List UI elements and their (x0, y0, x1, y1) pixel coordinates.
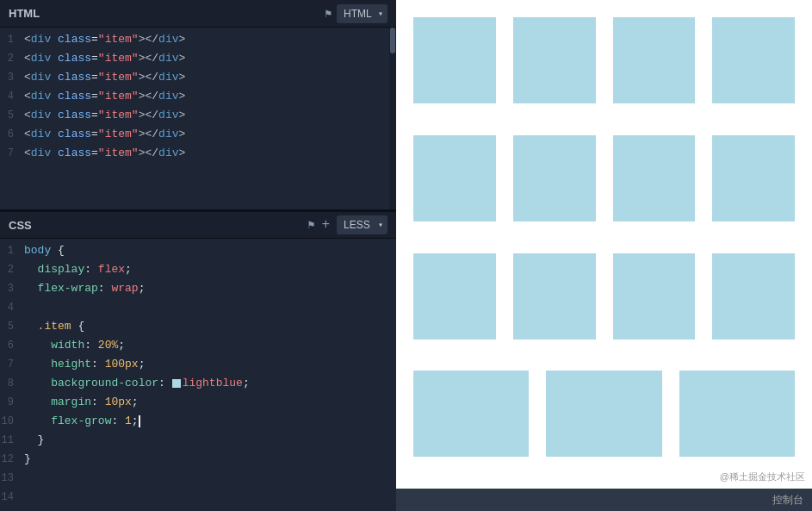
css-line-14: 14 (0, 490, 396, 509)
css-line-1: 1 body { (0, 244, 396, 263)
css-line-5: 5 .item { (0, 320, 396, 339)
html-code-section: 1 <div class="item"></div> 2 <div class=… (0, 28, 396, 211)
html-line-4: 4 <div class="item"></div> (0, 90, 396, 109)
preview-item (513, 253, 596, 340)
filter-icon[interactable]: ⚑ (325, 7, 332, 21)
css-lang-wrapper: LESS CSS SCSS (337, 215, 387, 234)
preview-item (546, 371, 661, 457)
preview-item (613, 17, 696, 103)
html-line-7: 7 <div class="item"></div> (0, 146, 396, 165)
preview-item (513, 135, 596, 221)
html-scrollbar[interactable] (389, 28, 396, 209)
css-line-6: 6 width: 20%; (0, 339, 396, 358)
css-line-10: 10 flex-grow: 1; (0, 414, 396, 433)
css-filter-icon[interactable]: ⚑ (308, 218, 315, 232)
html-code-lines: 1 <div class="item"></div> 2 <div class=… (0, 28, 396, 171)
html-lang-wrapper: HTML (337, 4, 387, 23)
html-line-6: 6 <div class="item"></div> (0, 128, 396, 146)
html-line-1: 1 <div class="item"></div> (0, 33, 396, 52)
preview-item (712, 135, 795, 221)
html-header-right: ⚑ HTML (325, 4, 387, 23)
css-line-9: 9 margin: 10px; (0, 396, 396, 414)
css-line-2: 2 display: flex; (0, 263, 396, 282)
preview-item (413, 371, 529, 457)
css-code-lines: 1 body { 2 display: flex; 3 flex-wrap: w… (0, 239, 396, 511)
html-section-header: HTML ⚑ HTML (0, 0, 396, 28)
css-lang-select[interactable]: LESS CSS SCSS (337, 215, 387, 234)
css-add-button[interactable]: + (321, 217, 330, 233)
css-line-7: 7 height: 100px; (0, 358, 396, 377)
left-panel: HTML ⚑ HTML 1 <div class="item"></div> (0, 0, 396, 511)
preview-item (679, 371, 795, 457)
control-label: 控制台 (772, 493, 803, 508)
html-line-2: 2 <div class="item"></div> (0, 52, 396, 71)
css-line-3: 3 flex-wrap: wrap; (0, 282, 396, 301)
preview-item (712, 253, 795, 340)
css-line-12: 12 } (0, 452, 396, 471)
watermark: @稀土掘金技术社区 (720, 470, 805, 483)
css-line-13: 13 (0, 471, 396, 490)
css-header-right: ⚑ + LESS CSS SCSS (308, 215, 387, 234)
css-title: CSS (9, 219, 32, 232)
color-swatch (172, 379, 181, 388)
preview-item (613, 135, 696, 221)
preview-item (712, 17, 795, 103)
html-line-5: 5 <div class="item"></div> (0, 109, 396, 128)
html-code-inner: 1 <div class="item"></div> 2 <div class=… (0, 28, 396, 209)
control-bar: 控制台 (396, 489, 812, 511)
html-scrollbar-thumb (390, 28, 395, 53)
css-section-header: CSS ⚑ + LESS CSS SCSS (0, 211, 396, 239)
css-code-section: 1 body { 2 display: flex; 3 flex-wrap: w… (0, 239, 396, 511)
html-title: HTML (9, 7, 40, 20)
preview-area (396, 0, 812, 489)
css-line-8: 8 background-color: lightblue; (0, 377, 396, 396)
preview-item (613, 253, 696, 340)
preview-item (513, 17, 596, 103)
html-line-3: 3 <div class="item"></div> (0, 71, 396, 90)
html-lang-select[interactable]: HTML (337, 4, 387, 23)
right-preview-panel: @稀土掘金技术社区 控制台 (396, 0, 812, 511)
css-line-11: 11 } (0, 433, 396, 452)
preview-item (413, 17, 496, 103)
preview-item (413, 253, 496, 340)
preview-item (413, 135, 496, 221)
css-line-4: 4 (0, 301, 396, 320)
